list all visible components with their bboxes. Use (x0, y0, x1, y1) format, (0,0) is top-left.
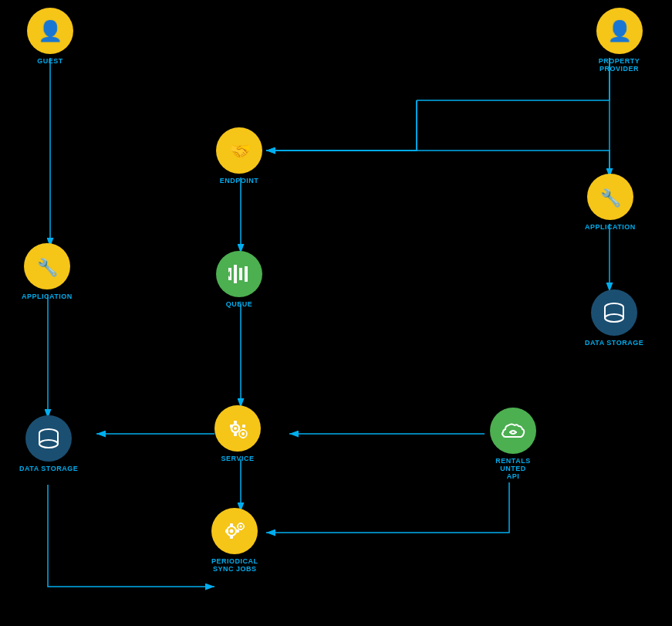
svg-rect-36 (241, 429, 245, 431)
person-icon-2: 👤 (607, 19, 632, 43)
endpoint-circle: 🤝 (216, 127, 262, 174)
rentals-api-circle (490, 408, 536, 454)
svg-point-29 (234, 427, 237, 430)
application-right-node[interactable]: 🔧 APPLICATION (585, 174, 636, 231)
application-left-node[interactable]: 🔧 APPLICATION (22, 243, 73, 300)
guest-node[interactable]: 👤 GUEST (27, 8, 73, 65)
svg-rect-53 (237, 526, 238, 528)
svg-rect-32 (230, 425, 233, 428)
gear-group-icon (221, 517, 248, 545)
db-right-circle (591, 289, 637, 336)
svg-rect-21 (245, 266, 248, 282)
db-icon-left (35, 425, 62, 452)
guest-circle: 👤 (27, 8, 73, 54)
svg-text:🤝: 🤝 (230, 140, 252, 161)
svg-rect-48 (236, 530, 239, 533)
service-icon (224, 415, 252, 442)
svg-point-44 (230, 530, 234, 533)
queue-node[interactable]: QUEUE (216, 251, 262, 308)
periodical-sync-circle (211, 508, 258, 554)
endpoint-node[interactable]: 🤝 ENDPOINT (216, 127, 262, 184)
service-label: SERVICE (221, 455, 255, 462)
svg-rect-52 (240, 529, 242, 530)
periodical-sync-node[interactable]: PERIODICAL SYNC JOBS (211, 508, 258, 573)
svg-rect-24 (605, 307, 623, 318)
diagram-lines (0, 0, 672, 626)
data-storage-left-node[interactable]: DATA STORAGE (19, 415, 78, 472)
app-right-label: APPLICATION (585, 223, 636, 231)
db-right-label: DATA STORAGE (585, 339, 643, 347)
queue-label: QUEUE (226, 300, 253, 308)
hand-icon: 🤝 (227, 138, 252, 163)
svg-rect-20 (239, 268, 242, 280)
db-left-circle (25, 415, 72, 462)
diagram-container: 👤 GUEST 👤 PROPERTY PROVIDER 🤝 ENDPOINT 🔧… (0, 0, 672, 626)
svg-rect-19 (234, 265, 237, 283)
svg-point-50 (240, 526, 242, 528)
rentals-api-node[interactable]: RENTALS UNTED API RENTALS UNTED API (482, 408, 544, 480)
svg-rect-33 (242, 425, 245, 428)
db-left-label: DATA STORAGE (19, 465, 78, 472)
guest-label: GUEST (37, 57, 63, 65)
svg-rect-54 (243, 526, 245, 528)
app-left-label: APPLICATION (22, 293, 73, 300)
svg-rect-30 (234, 421, 237, 424)
property-provider-node[interactable]: 👤 PROPERTY PROVIDER (586, 8, 652, 73)
wrench-icon-left: 🔧 (34, 253, 60, 279)
svg-rect-39 (39, 433, 58, 444)
svg-rect-46 (230, 536, 233, 539)
queue-icon (225, 260, 253, 288)
data-storage-right-node[interactable]: DATA STORAGE (585, 289, 643, 347)
db-icon-right (601, 299, 627, 326)
svg-point-35 (241, 432, 245, 435)
person-icon: 👤 (38, 19, 62, 43)
service-circle (214, 405, 261, 452)
property-provider-circle: 👤 (596, 8, 643, 54)
rentals-api-label: RENTALS UNTED API (482, 457, 544, 480)
queue-circle (216, 251, 262, 297)
endpoint-label: ENDPOINT (220, 177, 259, 184)
svg-text:🔧: 🔧 (600, 188, 622, 208)
svg-rect-51 (240, 523, 242, 524)
wrench-icon-right: 🔧 (597, 184, 623, 210)
app-right-circle: 🔧 (587, 174, 633, 220)
service-node[interactable]: SERVICE (214, 405, 261, 462)
app-left-circle: 🔧 (24, 243, 70, 289)
cloud-icon (499, 417, 527, 445)
svg-rect-47 (225, 530, 228, 533)
svg-rect-37 (241, 437, 245, 438)
svg-rect-45 (230, 523, 233, 526)
periodical-sync-label: PERIODICAL SYNC JOBS (211, 557, 258, 573)
svg-rect-31 (234, 433, 237, 436)
svg-text:🔧: 🔧 (37, 257, 59, 278)
property-provider-label: PROPERTY PROVIDER (586, 57, 652, 73)
